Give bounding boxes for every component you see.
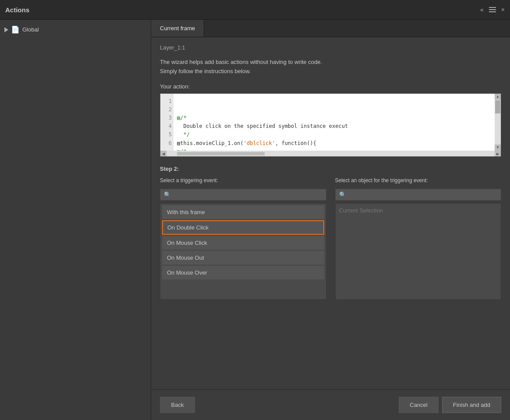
sidebar-item-label: Global (22, 26, 39, 33)
finish-button[interactable]: Finish and add (442, 397, 501, 413)
trigger-item-on-mouse-over[interactable]: On Mouse Over (162, 266, 324, 279)
object-search-box[interactable]: 🔍 (335, 189, 502, 201)
cancel-button[interactable]: Cancel (399, 397, 438, 413)
code-editor: 1 2 3 4 5 6 ▤/* Double click on the spec… (160, 93, 501, 157)
search-icon: 🔍 (164, 191, 171, 198)
trigger-grid: Select a triggering event: 🔍 With this f… (160, 177, 501, 300)
object-label: Select an object for the triggering even… (335, 177, 502, 184)
step-label: Step 2: (160, 166, 501, 172)
scroll-right-arrow[interactable]: ▶ (495, 151, 501, 157)
tab-current-frame[interactable]: Current frame (151, 20, 204, 37)
file-icon: 📄 (11, 25, 20, 34)
trigger-item-on-mouse-out[interactable]: On Mouse Out (162, 251, 324, 265)
scroll-track-h (168, 152, 493, 155)
sidebar: 📄 Global (0, 20, 151, 420)
scrollbar-vertical[interactable]: ▲ ▼ (495, 94, 501, 151)
expand-icon (4, 27, 8, 32)
trigger-list: With this frame On Double Click On Mouse… (160, 203, 326, 300)
trigger-event-col: Select a triggering event: 🔍 With this f… (160, 177, 326, 300)
menu-icon[interactable] (489, 7, 496, 12)
object-list: Current Selection (335, 203, 502, 300)
trigger-search-input[interactable] (174, 191, 322, 198)
your-action-label: Your action: (160, 83, 501, 90)
trigger-item-on-mouse-click[interactable]: On Mouse Click (162, 236, 324, 250)
bottom-bar: Back Cancel Finish and add (151, 389, 510, 420)
scroll-down-arrow[interactable]: ▼ (495, 145, 501, 151)
main-panel: Current frame Layer_1:1 The wizard helps… (151, 20, 510, 420)
code-content[interactable]: ▤/* Double click on the specified symbol… (174, 94, 501, 151)
layer-label: Layer_1:1 (160, 44, 501, 51)
main-layout: 📄 Global Current frame Layer_1:1 The wiz… (0, 20, 510, 420)
close-button[interactable]: × (501, 6, 505, 13)
tab-bar: Current frame (151, 20, 510, 37)
scroll-track (495, 100, 501, 145)
title-bar: Actions « × (0, 0, 510, 20)
scroll-thumb-h[interactable] (177, 152, 265, 155)
wizard-desc1: The wizard helps add basic actions witho… (160, 58, 501, 76)
content-area: Layer_1:1 The wizard helps add basic act… (151, 37, 510, 389)
trigger-item-with-this-frame[interactable]: With this frame (162, 205, 324, 219)
trigger-event-label: Select a triggering event: (160, 177, 326, 184)
scroll-thumb[interactable] (495, 100, 500, 113)
object-event-col: Select an object for the triggering even… (335, 177, 502, 300)
object-search-input[interactable] (349, 191, 498, 198)
scroll-left-arrow[interactable]: ◀ (160, 151, 166, 157)
scroll-up-arrow[interactable]: ▲ (495, 94, 501, 100)
right-buttons: Cancel Finish and add (399, 397, 501, 413)
trigger-item-on-double-click[interactable]: On Double Click (162, 220, 324, 235)
current-selection-placeholder: Current Selection (339, 207, 498, 214)
line-numbers: 1 2 3 4 5 6 (160, 94, 174, 151)
code-scroll-area: 1 2 3 4 5 6 ▤/* Double click on the spec… (160, 94, 501, 151)
title-bar-controls: « × (480, 6, 505, 13)
trigger-search-box[interactable]: 🔍 (160, 189, 326, 201)
app-title: Actions (5, 6, 29, 14)
collapse-button[interactable]: « (480, 6, 484, 13)
back-button[interactable]: Back (160, 397, 195, 413)
scrollbar-horizontal[interactable]: ◀ ▶ (160, 151, 501, 157)
sidebar-item-global[interactable]: 📄 Global (0, 23, 151, 36)
search-icon-object: 🔍 (339, 191, 346, 198)
